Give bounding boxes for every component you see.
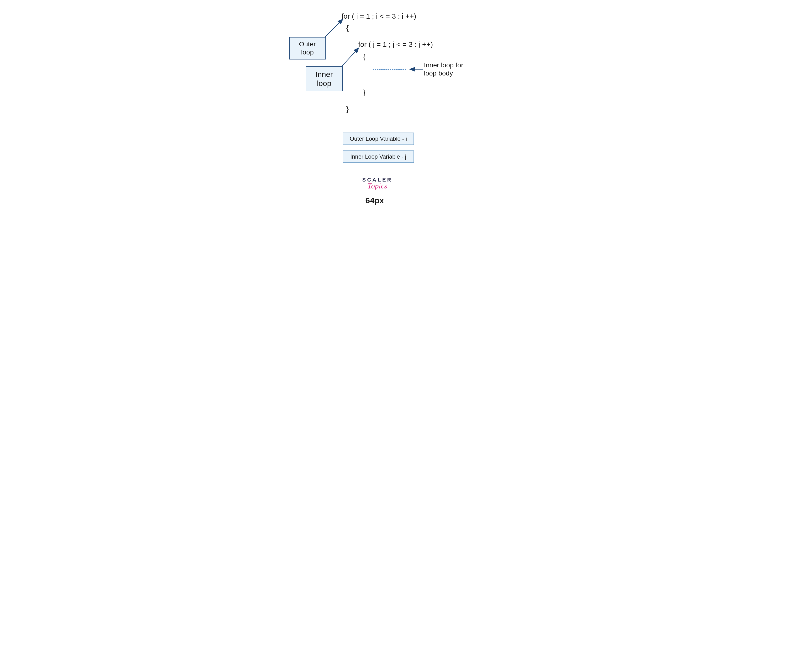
loop-body-annotation-line2: loop body bbox=[424, 69, 463, 77]
diagram-stage: for ( i = 1 ; i < = 3 : i ++) { for ( j … bbox=[263, 0, 549, 229]
inner-close-brace: } bbox=[363, 89, 366, 96]
size-label: 64px bbox=[366, 196, 384, 205]
outer-loop-label-line1: Outer bbox=[299, 40, 316, 48]
loop-body-annotation-line1: Inner loop for bbox=[424, 61, 463, 69]
legend-inner-variable: Inner Loop Variable - j bbox=[343, 150, 414, 163]
loop-body-placeholder bbox=[373, 69, 406, 70]
inner-for-line: for ( j = 1 ; j < = 3 : j ++) bbox=[359, 40, 433, 49]
inner-open-brace: { bbox=[363, 52, 366, 61]
arrow-inner-loop bbox=[342, 48, 359, 66]
legend-outer-variable: Outer Loop Variable - i bbox=[343, 133, 414, 145]
scaler-topics-logo: SCALER Topics bbox=[354, 177, 401, 190]
arrows-overlay bbox=[263, 0, 549, 229]
outer-loop-label-box: Outer loop bbox=[289, 37, 326, 60]
logo-line2: Topics bbox=[354, 182, 401, 190]
inner-loop-label-line2: loop bbox=[315, 79, 333, 88]
outer-open-brace: { bbox=[346, 24, 349, 32]
arrow-outer-loop bbox=[325, 19, 343, 37]
inner-loop-label-line1: Inner bbox=[315, 70, 333, 79]
outer-close-brace: } bbox=[346, 105, 349, 113]
inner-loop-label-box: Inner loop bbox=[306, 66, 343, 91]
loop-body-annotation: Inner loop for loop body bbox=[424, 61, 463, 77]
outer-for-line: for ( i = 1 ; i < = 3 : i ++) bbox=[342, 12, 417, 21]
outer-loop-label-line2: loop bbox=[299, 48, 316, 57]
